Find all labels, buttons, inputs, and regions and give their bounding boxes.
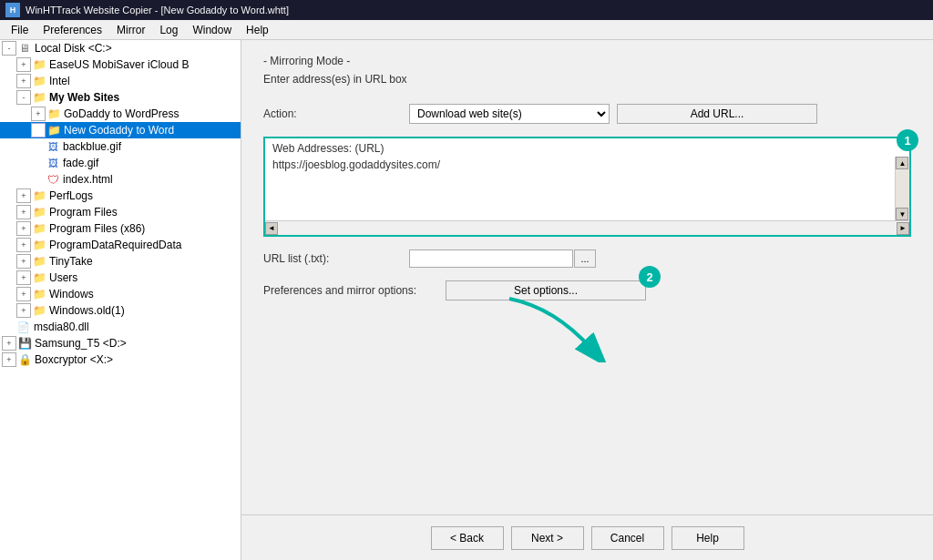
menu-bar: File Preferences Mirror Log Window Help <box>0 20 933 40</box>
action-dropdown[interactable]: Download web site(s) Mirror web site(s) … <box>409 104 610 124</box>
sidebar-item-godaddy-wp[interactable]: + 📁 GoDaddy to WordPress <box>0 106 241 122</box>
expander-local-disk[interactable]: - <box>2 41 16 56</box>
preferences-row: Preferences and mirror options: Set opti… <box>263 280 911 300</box>
url-hscrollbar: ◄ ► <box>265 220 909 235</box>
expander-programdata[interactable]: + <box>16 238 31 252</box>
sidebar-item-intel[interactable]: + 📁 Intel <box>0 73 241 89</box>
menu-window[interactable]: Window <box>185 22 239 38</box>
url-box-container: Web Addresses: (URL) https://joesblog.go… <box>263 137 911 237</box>
set-options-button[interactable]: Set options... <box>446 280 646 300</box>
expander-my-web-sites[interactable]: - <box>16 90 31 105</box>
help-button[interactable]: Help <box>672 526 744 550</box>
my-web-sites-label: My Web Sites <box>49 91 119 104</box>
scroll-up-btn[interactable]: ▲ <box>896 157 908 169</box>
right-panel: - Mirroring Mode - Enter address(es) in … <box>241 40 933 560</box>
sidebar-item-my-web-sites[interactable]: - 📁 My Web Sites <box>0 89 241 106</box>
sidebar-item-local-disk[interactable]: - 🖥 Local Disk <C:> <box>0 40 241 56</box>
back-button[interactable]: < Back <box>431 526 504 550</box>
expander-users[interactable]: + <box>16 270 31 285</box>
boxcryptor-label: Boxcryptor <X:> <box>35 353 113 366</box>
folder-icon: 📁 <box>32 287 46 301</box>
godaddy-wp-label: GoDaddy to WordPress <box>64 107 179 120</box>
sidebar-item-users[interactable]: + 📁 Users <box>0 270 241 286</box>
expander-program-files[interactable]: + <box>16 205 31 219</box>
folder-icon: 📁 <box>32 254 46 269</box>
expander-easeus[interactable]: + <box>16 57 31 72</box>
menu-preferences[interactable]: Preferences <box>36 22 109 38</box>
menu-help[interactable]: Help <box>239 22 276 38</box>
main-layout: - 🖥 Local Disk <C:> + 📁 EaseUS MobiSaver… <box>0 40 933 560</box>
folder-icon: 📁 <box>32 188 46 203</box>
sidebar-item-samsung[interactable]: + 💾 Samsung_T5 <D:> <box>0 335 241 351</box>
menu-log[interactable]: Log <box>152 22 185 38</box>
sidebar-item-windows[interactable]: + 📁 Windows <box>0 286 241 302</box>
browse-button[interactable]: ... <box>574 249 596 268</box>
scroll-right-btn[interactable]: ► <box>897 222 909 235</box>
next-button[interactable]: Next > <box>511 526 584 550</box>
url-list-label: URL list (.txt): <box>263 252 409 265</box>
sidebar-item-index[interactable]: 🛡 index.html <box>0 171 241 188</box>
folder-icon: 📁 <box>46 107 61 121</box>
cancel-button[interactable]: Cancel <box>591 526 664 550</box>
action-control: Download web site(s) Mirror web site(s) … <box>409 104 911 124</box>
scroll-track <box>896 169 909 208</box>
bottom-buttons-panel: < Back Next > Cancel Help <box>241 514 933 560</box>
url-instruction: Enter address(es) in URL box <box>263 73 911 86</box>
url-list-row: URL list (.txt): ... <box>263 249 911 268</box>
scroll-down-btn[interactable]: ▼ <box>896 208 908 220</box>
sidebar-item-program-files[interactable]: + 📁 Program Files <box>0 204 241 220</box>
sidebar-item-easeus[interactable]: + 📁 EaseUS MobiSaver iCloud B <box>0 56 241 73</box>
sidebar-item-msdia[interactable]: 📄 msdia80.dll <box>0 319 241 335</box>
expander-tinytake[interactable]: + <box>16 254 31 269</box>
file-icon: 📄 <box>16 320 31 334</box>
expander-windows[interactable]: + <box>16 287 31 301</box>
windows-old-label: Windows.old(1) <box>49 304 125 317</box>
users-label: Users <box>49 271 77 284</box>
app-logo: H <box>5 3 20 17</box>
folder-icon: 📁 <box>32 205 46 219</box>
sidebar-item-windows-old[interactable]: + 📁 Windows.old(1) <box>0 302 241 319</box>
teal-arrow-annotation <box>500 290 610 362</box>
sidebar-item-perflogs[interactable]: + 📁 PerfLogs <box>0 188 241 204</box>
expander-perflogs[interactable]: + <box>16 188 31 203</box>
expander-intel[interactable]: + <box>16 74 31 88</box>
local-disk-label: Local Disk <C:> <box>35 42 112 55</box>
sidebar-item-programdata[interactable]: + 📁 ProgramDataRequiredData <box>0 237 241 253</box>
drive-green-icon: 🔒 <box>17 352 32 367</box>
folder-icon: 📁 <box>32 221 46 236</box>
sidebar-item-program-files-x86[interactable]: + 📁 Program Files (x86) <box>0 220 241 237</box>
set-options-wrapper: Set options... 2 <box>446 280 646 300</box>
add-url-button[interactable]: Add URL... <box>617 104 817 124</box>
sidebar-item-fade[interactable]: 🖼 fade.gif <box>0 155 241 171</box>
url-section: Web Addresses: (URL) https://joesblog.go… <box>263 137 911 237</box>
samsung-label: Samsung_T5 <D:> <box>35 337 127 350</box>
url-input[interactable]: https://joesblog.godaddysites.com/ <box>265 157 895 220</box>
action-label: Action: <box>263 107 409 120</box>
scroll-left-btn[interactable]: ◄ <box>265 222 278 235</box>
perflogs-label: PerfLogs <box>49 189 93 202</box>
drive-icon: 🖥 <box>17 41 32 56</box>
url-list-input[interactable] <box>409 249 573 268</box>
expander-program-files-x86[interactable]: + <box>16 221 31 236</box>
sidebar-item-backblue[interactable]: 🖼 backblue.gif <box>0 138 241 155</box>
menu-mirror[interactable]: Mirror <box>109 22 152 38</box>
tinytake-label: TinyTake <box>49 255 93 268</box>
menu-file[interactable]: File <box>4 22 36 38</box>
expander-samsung[interactable]: + <box>2 336 16 351</box>
title-text: WinHTTrack Website Copier - [New Godaddy… <box>26 5 289 15</box>
sidebar-item-new-godaddy[interactable]: + 📁 New Godaddy to Word <box>0 122 241 138</box>
expander-new-godaddy[interactable]: + <box>31 123 46 137</box>
folder-icon: 📁 <box>32 238 46 252</box>
windows-label: Windows <box>49 288 94 300</box>
folder-icon: 📁 <box>32 74 46 88</box>
sidebar-item-boxcryptor[interactable]: + 🔒 Boxcryptor <X:> <box>0 351 241 368</box>
title-bar: H WinHTTrack Website Copier - [New Godad… <box>0 0 933 20</box>
file-icon: 🖼 <box>46 139 60 154</box>
expander-godaddy-wp[interactable]: + <box>31 107 46 121</box>
expander-windows-old[interactable]: + <box>16 303 31 318</box>
folder-icon: 📁 <box>46 123 61 137</box>
expander-boxcryptor[interactable]: + <box>2 352 16 367</box>
sidebar-item-tinytake[interactable]: + 📁 TinyTake <box>0 253 241 270</box>
folder-icon: 📁 <box>32 90 46 105</box>
program-files-label: Program Files <box>49 206 118 219</box>
